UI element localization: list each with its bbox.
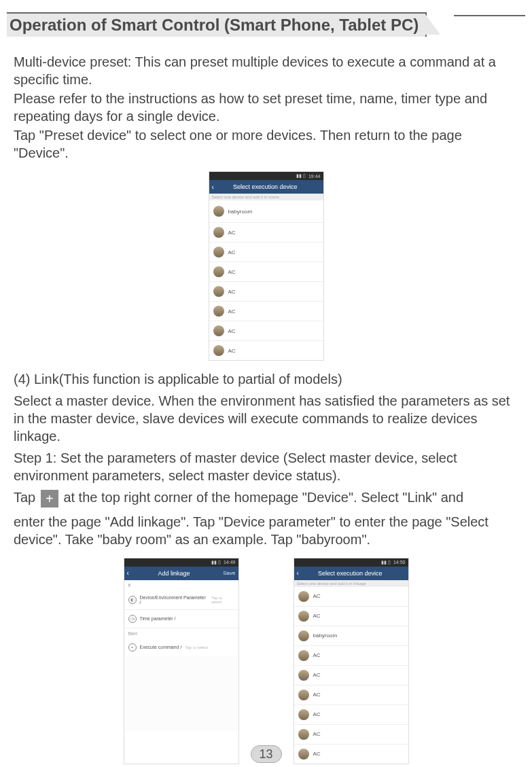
item-label: AC <box>228 230 236 236</box>
device-icon <box>213 247 224 257</box>
screenshot-row-1: ▮▮ ▯ 19:44 ‹ Select execution device Sel… <box>14 171 518 361</box>
globe-icon: ◐ <box>128 596 137 604</box>
item-label: AC <box>228 249 236 255</box>
device-icon <box>298 749 309 760</box>
status-time: 14:49 <box>224 560 236 565</box>
clock-icon: ◷ <box>128 615 137 623</box>
list-item: AC <box>294 745 408 764</box>
item-label: AC <box>313 652 321 658</box>
device-icon <box>213 266 224 277</box>
device-icon <box>298 709 309 720</box>
device-icon <box>213 345 224 356</box>
list-item: AC <box>294 705 408 725</box>
list-item: AC <box>294 607 408 626</box>
paragraph-4: (4) Link(This function is applicable to … <box>14 370 518 388</box>
list-item: babyroom <box>294 626 408 646</box>
screenshot-row-2: ▮▮ ▯ 14:49 ‹ Add linkage Save if ◐ Devic… <box>14 558 518 764</box>
item-label: babyroom <box>313 632 338 639</box>
list-item: AC <box>294 666 408 685</box>
list-item: AC <box>294 685 408 705</box>
device-icon <box>298 611 309 622</box>
screenshot-add-linkage: ▮▮ ▯ 14:49 ‹ Add linkage Save if ◐ Devic… <box>124 558 239 764</box>
item-label: AC <box>313 672 321 678</box>
page-number: 13 <box>251 745 282 763</box>
device-icon <box>298 630 309 641</box>
row-label: Time parameter / <box>140 616 176 621</box>
list-item: AC <box>209 262 323 282</box>
item-label: AC <box>228 308 236 315</box>
then-label: then <box>124 628 238 639</box>
item-label: AC <box>228 269 236 275</box>
header-title: Add linkage <box>125 570 223 577</box>
screenshot-select-device-2: ▮▮ ▯ 14:50 ‹ Select execution device Sel… <box>294 558 409 764</box>
header-subtitle: Select one device and add it in linkage <box>294 580 408 587</box>
status-time: 14:50 <box>393 560 406 565</box>
hint: Tap to select <box>211 596 234 604</box>
device-icon <box>298 650 309 661</box>
signal-icon: ▮▮ ▯ <box>296 173 306 179</box>
time-param-row: ◷ Time parameter / <box>124 610 238 628</box>
item-label: AC <box>313 613 321 619</box>
item-label: AC <box>313 711 321 717</box>
status-time: 19:44 <box>308 174 321 179</box>
item-label: AC <box>228 348 236 354</box>
list-item: AC <box>209 243 323 262</box>
list-item: babyroom <box>209 200 323 223</box>
plus-icon: + <box>41 490 58 507</box>
list-item: AC <box>209 302 323 321</box>
main-content: Multi-device preset: This can preset mul… <box>7 53 525 767</box>
list-item: AC <box>294 725 408 745</box>
device-icon <box>213 306 224 317</box>
paragraph-5: Select a master device. When the environ… <box>14 392 518 445</box>
app-header: ‹ Select execution device <box>294 567 408 580</box>
paragraph-2: Please refer to the instructions as how … <box>14 90 518 125</box>
device-icon <box>298 670 309 681</box>
execute-command-row: • Execute command / Tap to select <box>124 639 238 656</box>
list-item: AC <box>209 341 323 360</box>
device-icon <box>298 591 309 602</box>
signal-icon: ▮▮ ▯ <box>211 560 221 565</box>
paragraph-8: enter the page "Add linkage". Tap "Devic… <box>14 513 518 548</box>
item-label: AC <box>313 751 321 757</box>
row-label: Device/Environment Parameter / <box>140 595 209 605</box>
list-item: AC <box>209 282 323 302</box>
item-label: AC <box>313 692 321 698</box>
paragraph-7: Tap + at the top right corner of the hom… <box>14 488 518 507</box>
header-title: Select execution device <box>210 183 321 190</box>
screenshot-select-device: ▮▮ ▯ 19:44 ‹ Select execution device Sel… <box>209 171 324 361</box>
save-button: Save <box>223 570 235 576</box>
paragraph-3: Tap "Preset device" to select one or mor… <box>14 126 518 162</box>
row-label: Execute command / <box>140 645 182 649</box>
p7-part-b: at the top right corner of the homepage … <box>63 490 463 505</box>
item-label: AC <box>228 289 236 295</box>
app-header: ‹ Select execution device <box>209 180 323 194</box>
device-param-row: ◐ Device/Environment Parameter / Tap to … <box>124 590 238 610</box>
header-subtitle: Select one device and add it in scene <box>209 194 323 200</box>
device-icon <box>213 206 224 217</box>
paragraph-1: Multi-device preset: This can preset mul… <box>14 53 518 88</box>
signal-icon: ▮▮ ▯ <box>381 560 391 565</box>
list-item: AC <box>294 587 408 607</box>
status-bar: ▮▮ ▯ 19:44 <box>209 172 323 180</box>
title-decoration <box>425 14 440 35</box>
status-bar: ▮▮ ▯ 14:49 <box>124 558 238 567</box>
status-bar: ▮▮ ▯ 14:50 <box>294 558 408 567</box>
device-icon <box>213 286 224 297</box>
device-icon <box>213 227 224 238</box>
header-title: Select execution device <box>295 570 406 577</box>
device-icon <box>298 729 309 740</box>
list-item: AC <box>209 321 323 341</box>
p7-part-a: Tap <box>14 490 39 505</box>
item-label: AC <box>313 731 321 737</box>
item-label: babyroom <box>228 209 253 215</box>
page-title-bar: Operation of Smart Control (Smart Phone,… <box>7 12 525 37</box>
device-icon <box>213 325 224 336</box>
hint: Tap to select <box>185 645 208 649</box>
app-header: ‹ Add linkage Save <box>124 567 238 580</box>
item-label: AC <box>228 328 236 334</box>
device-icon <box>298 690 309 700</box>
if-label: if <box>124 580 238 590</box>
title-rule <box>454 15 525 16</box>
paragraph-6: Step 1: Set the parameters of master dev… <box>14 449 518 484</box>
list-item: AC <box>209 223 323 243</box>
